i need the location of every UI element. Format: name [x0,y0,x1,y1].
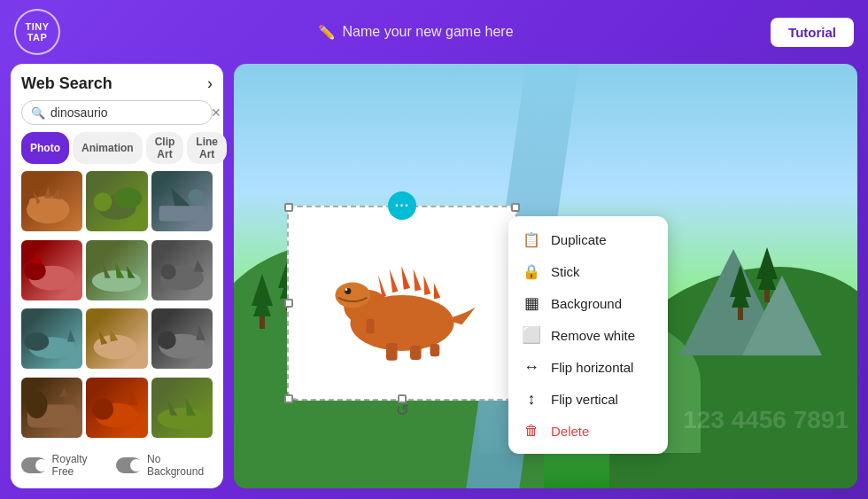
remove-white-icon: ⬜ [523,326,540,344]
main-area: Web Search › 🔍 ✕ Photo Animation Clip Ar… [0,64,868,499]
svg-point-36 [158,408,206,429]
dino-canvas-object[interactable]: ··· [287,206,517,401]
image-result-4[interactable] [21,240,82,300]
clear-search-icon[interactable]: ✕ [211,105,221,120]
svg-marker-23 [67,330,75,342]
image-result-6[interactable] [151,240,213,300]
tree-trunk-icon [260,316,265,329]
rotate-handle[interactable]: ↺ [396,401,409,420]
tab-clip-art[interactable]: Clip Art [146,132,184,164]
no-background-toggle-item: No Background [116,453,213,478]
svg-marker-3 [52,189,61,199]
context-menu-flip-vertical[interactable]: ↕ Flip vertical [508,383,668,415]
mountain-back-2 [742,276,822,355]
svg-rect-8 [159,206,205,221]
background-icon: ▦ [523,294,540,312]
tab-animation[interactable]: Animation [73,132,143,164]
stick-icon: 🔒 [523,262,540,280]
logo[interactable]: TINY TAP [14,9,60,55]
svg-marker-20 [193,259,203,271]
image-result-7[interactable] [21,308,82,369]
duplicate-label: Duplicate [551,232,607,247]
canvas-area: ··· [234,64,857,488]
background-label: Background [551,296,622,311]
image-result-12[interactable] [151,378,213,438]
search-input[interactable] [50,105,205,120]
svg-point-6 [94,192,112,211]
image-result-1[interactable] [21,171,82,231]
flip-vertical-icon: ↕ [523,390,540,408]
svg-marker-35 [128,389,138,404]
resize-handle-bl[interactable] [284,394,293,403]
svg-rect-52 [430,344,440,356]
scene-background: ··· [234,64,857,488]
svg-point-31 [26,390,47,417]
svg-point-10 [188,189,203,204]
image-result-2[interactable] [86,171,147,231]
svg-point-7 [114,187,142,208]
duplicate-icon: 📋 [523,230,540,248]
svg-marker-47 [414,269,422,291]
pencil-icon: ✏️ [318,24,336,41]
svg-point-4 [29,199,37,207]
flip-horizontal-icon: ↔ [523,358,540,376]
context-menu-background[interactable]: ▦ Background [508,287,668,319]
no-background-label: No Background [147,453,213,478]
image-result-9[interactable] [151,308,213,369]
image-result-10[interactable] [21,378,82,438]
tree-mid-icon [253,292,271,316]
svg-rect-53 [367,319,375,333]
context-menu-trigger[interactable]: ··· [388,191,416,220]
tree-trunk-icon [764,290,770,302]
svg-marker-49 [434,284,440,300]
svg-marker-13 [33,252,43,263]
context-menu-flip-horizontal[interactable]: ↔ Flip horizontal [508,351,668,383]
logo-text: TINY TAP [16,21,58,43]
svg-marker-32 [59,387,68,396]
tree-mid-icon [758,265,776,290]
royalty-free-label: Royalty Free [52,453,106,478]
context-menu-duplicate[interactable]: 📋 Duplicate [508,223,668,255]
royalty-free-toggle[interactable] [21,457,47,473]
image-result-11[interactable] [86,378,147,438]
resize-handle-lm[interactable] [284,299,293,308]
tree-4 [756,247,778,302]
context-menu-remove-white[interactable]: ⬜ Remove white [508,319,668,351]
search-icon: 🔍 [31,106,45,120]
web-search-header: Web Search › [21,74,213,93]
no-background-toggle[interactable] [116,457,142,473]
context-menu-stick[interactable]: 🔒 Stick [508,255,668,287]
stick-label: Stick [551,264,580,279]
context-menu-delete[interactable]: 🗑 Delete [508,415,668,447]
delete-icon: 🗑 [523,422,540,440]
game-title-input[interactable]: Name your new game here [343,24,514,40]
svg-point-12 [24,261,45,280]
svg-rect-51 [410,346,422,360]
tab-line-art[interactable]: Line Art [187,132,227,164]
tree-3 [730,265,751,320]
tree-mid-icon [732,283,749,308]
svg-marker-26 [109,326,118,341]
context-menu: 📋 Duplicate 🔒 Stick ▦ Background ⬜ Remov… [508,216,668,454]
svg-marker-29 [196,324,205,339]
resize-handle-tl[interactable] [284,203,293,212]
tab-photo[interactable]: Photo [21,132,69,164]
numbers-decoration: 123 4456 7891 [683,405,849,435]
forward-arrow-icon[interactable]: › [207,74,213,93]
image-result-3[interactable] [151,171,213,231]
image-result-5[interactable] [86,240,147,300]
svg-marker-2 [44,187,52,199]
svg-rect-50 [386,343,398,361]
resize-handle-tr[interactable] [511,203,520,212]
svg-marker-45 [390,269,399,292]
filter-tabs: Photo Animation Clip Art Line Art [21,132,213,164]
royalty-free-toggle-item: Royalty Free [21,453,105,478]
image-result-8[interactable] [86,308,147,369]
svg-point-41 [335,283,370,308]
image-grid [21,171,213,442]
tutorial-button[interactable]: Tutorial [771,18,854,47]
svg-point-19 [160,264,175,279]
remove-white-label: Remove white [551,328,635,343]
bottom-toggles: Royalty Free No Background [21,449,213,478]
svg-point-43 [345,288,348,291]
